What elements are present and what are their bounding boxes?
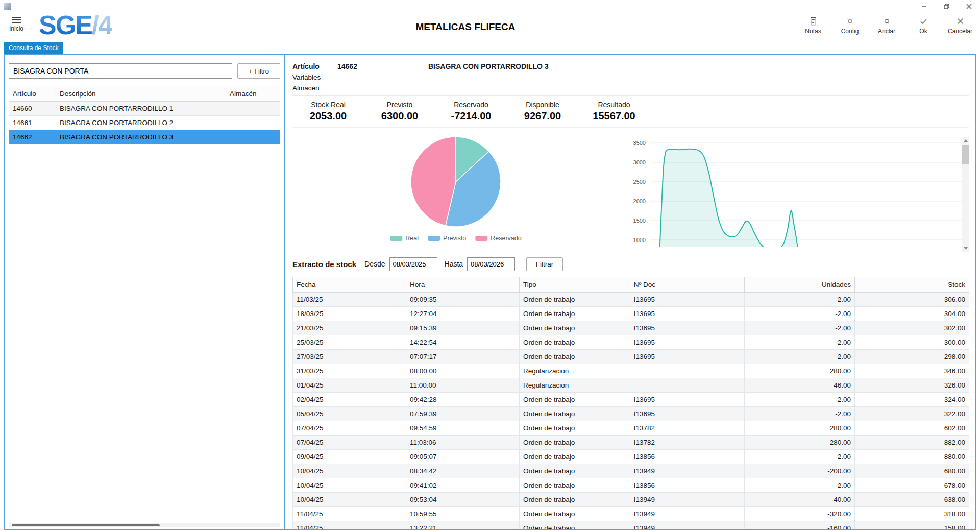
vertical-scrollbar-thumb[interactable] [962, 145, 969, 164]
cell: I13949 [630, 507, 744, 521]
stock-movement-row[interactable]: 21/03/2509:15:39Orden de trabajoI13695-2… [293, 321, 969, 335]
cell: 324.00 [855, 393, 969, 407]
cell: -40.00 [744, 493, 855, 507]
cell: 14660 [9, 102, 56, 116]
column-header-stock[interactable]: Stock [855, 277, 969, 293]
cell: 280.00 [744, 436, 855, 450]
cell: 158.00 [855, 521, 969, 529]
column-header-fecha[interactable]: Fecha [293, 277, 406, 293]
stock-movement-row[interactable]: 05/04/2507:59:39Orden de trabajoI13695-2… [293, 407, 969, 421]
cell: 25/03/25 [293, 335, 406, 350]
restore-button[interactable] [935, 0, 958, 12]
toolbar-config-button[interactable]: Config [834, 16, 866, 35]
cell: -2.00 [744, 293, 855, 307]
stock-movement-row[interactable]: 01/04/2511:00:00Regularizacion46.00326.0… [293, 378, 969, 393]
cell: -2.00 [744, 321, 855, 335]
date-to-input[interactable] [467, 257, 515, 271]
add-filter-button[interactable]: + Filtro [237, 63, 280, 79]
cell: 638.00 [855, 493, 969, 507]
cell: 11/04/25 [293, 507, 406, 521]
stock-movement-row[interactable]: 31/03/2508:00:00Regularizacion280.00346.… [293, 364, 969, 378]
cell: 11:03:06 [406, 436, 520, 450]
toolbar-label: Notas [805, 28, 821, 35]
toolbar-cancelar-button[interactable]: Cancelar [944, 16, 976, 35]
svg-text:1500: 1500 [633, 218, 646, 224]
stock-movement-row[interactable]: 25/03/2514:22:54Orden de trabajoI13695-2… [293, 335, 969, 350]
cancel-icon [955, 16, 965, 26]
horizontal-scrollbar[interactable] [9, 523, 280, 527]
hamburger-icon [12, 17, 21, 23]
cell: 08:00:00 [406, 364, 520, 378]
cell: 602.00 [855, 421, 969, 436]
stock-movement-row[interactable]: 18/03/2512:27:04Orden de trabajoI13695-2… [293, 307, 969, 321]
cell: -160.00 [744, 521, 855, 529]
scroll-down-icon[interactable] [962, 245, 969, 252]
stock-movement-row[interactable]: 27/03/2507:07:17Orden de trabajoI13695-2… [293, 350, 969, 364]
article-table: ArtículoDescripciónAlmacén 14660BISAGRA … [9, 86, 280, 144]
cell: 27/03/25 [293, 350, 406, 364]
cell: Orden de trabajo [520, 321, 630, 335]
filter-button[interactable]: Filtrar [526, 257, 563, 271]
stock-movement-row[interactable]: 07/04/2511:03:06Orden de trabajoI1378228… [293, 436, 969, 450]
home-menu-button[interactable]: Inicio [9, 17, 23, 32]
warehouse-label: Almacén [292, 83, 969, 93]
cell: 02/04/25 [293, 393, 406, 407]
date-from-input[interactable] [389, 257, 437, 271]
cell: 31/03/25 [293, 364, 406, 378]
close-button[interactable] [958, 0, 980, 12]
stock-movement-row[interactable]: 11/03/2509:09:35Orden de trabajoI13695-2… [293, 293, 969, 307]
cell: 304.00 [855, 307, 969, 321]
horizontal-scrollbar-thumb[interactable] [12, 524, 160, 526]
cell: I13695 [630, 335, 744, 350]
stock-movement-row[interactable]: 10/04/2509:53:04Orden de trabajoI13949-4… [293, 493, 969, 507]
toolbar-label: Config [841, 28, 859, 35]
cell: 10:59:55 [406, 507, 520, 521]
cell: 18/03/25 [293, 307, 406, 321]
cell: 07/04/25 [293, 436, 406, 450]
main-content: + Filtro ArtículoDescripciónAlmacén 1466… [4, 54, 976, 530]
cell: 10/04/25 [293, 493, 406, 507]
cell: 05/04/25 [293, 407, 406, 421]
column-header-unidades[interactable]: Unidades [744, 277, 855, 293]
stock-movement-row[interactable]: 07/04/2509:54:59Orden de trabajoI1378228… [293, 421, 969, 436]
column-header-tipo[interactable]: Tipo [520, 277, 630, 293]
stock-movement-row[interactable]: 10/04/2509:41:02Orden de trabajoI13856-2… [293, 478, 969, 493]
stock-movement-row[interactable]: 11/04/2510:59:55Orden de trabajoI13949-3… [293, 507, 969, 521]
article-row[interactable]: 14660BISAGRA CON PORTARRODILLO 1 [9, 102, 280, 116]
toolbar-ok-button[interactable]: Ok [908, 16, 939, 35]
column-header-art-culo[interactable]: Artículo [9, 86, 56, 102]
column-header-hora[interactable]: Hora [406, 277, 520, 293]
gear-icon [845, 16, 855, 26]
cell: Orden de trabajo [520, 478, 630, 493]
minimize-button[interactable] [913, 0, 935, 12]
stock-movement-row[interactable]: 10/04/2508:34:42Orden de trabajoI13949-2… [293, 464, 969, 478]
cell: 01/04/25 [293, 378, 406, 393]
search-row: + Filtro [9, 63, 280, 79]
toolbar-label: Ok [919, 28, 927, 35]
cell: 14:22:54 [406, 335, 520, 350]
cell: I13695 [630, 321, 744, 335]
stock-movement-row[interactable]: 09/04/2509:05:07Orden de trabajoI13856-2… [293, 450, 969, 464]
toolbar-anclar-button[interactable]: Anclar [871, 16, 902, 35]
article-row[interactable]: 14662BISAGRA CON PORTARRODILLO 3 [9, 130, 280, 144]
stat-value: 15567.00 [578, 110, 650, 122]
legend-swatch [475, 236, 487, 241]
tab-consulta-de-stock[interactable]: Consulta de Stock [4, 42, 63, 54]
stock-movement-row[interactable]: 11/04/2513:22:21Orden de trabajoI13949-1… [293, 521, 969, 529]
scroll-up-icon[interactable] [962, 137, 969, 144]
article-row[interactable]: 14661BISAGRA CON PORTARRODILLO 2 [9, 116, 280, 130]
check-icon [918, 16, 928, 26]
cell: 07:07:17 [406, 350, 520, 364]
chart-vertical-scrollbar[interactable] [962, 137, 969, 252]
toolbar-notas-button[interactable]: Notas [797, 16, 829, 35]
column-header-n-doc[interactable]: Nº Doc [630, 277, 744, 293]
article-search-input[interactable] [9, 63, 232, 79]
cell [226, 130, 280, 144]
column-header-almac-n[interactable]: Almacén [226, 86, 280, 102]
cell: Orden de trabajo [520, 307, 630, 321]
charts-row: RealPrevistoReservado 350030002500200015… [292, 128, 969, 251]
cell: 10/04/25 [293, 478, 406, 493]
cell: I13856 [630, 478, 744, 493]
column-header-descripci-n[interactable]: Descripción [56, 86, 226, 102]
stock-movement-row[interactable]: 02/04/2509:42:28Orden de trabajoI13695-2… [293, 393, 969, 407]
